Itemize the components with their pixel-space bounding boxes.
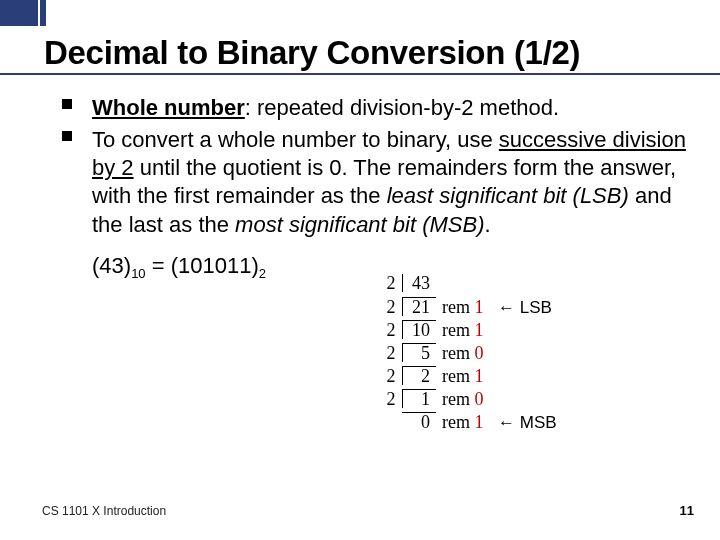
row-note: ← MSB — [488, 414, 557, 431]
slide-body: Whole number: repeated division-by-2 met… — [44, 94, 712, 281]
divisor: 2 — [380, 367, 402, 385]
remainder-cell: rem 1 — [436, 367, 488, 385]
bullet-list: Whole number: repeated division-by-2 met… — [44, 94, 688, 239]
bullet-1-lead: Whole number — [92, 95, 245, 120]
bullet-2-i1: least significant bit (LSB) — [387, 183, 629, 208]
dividend: 43 — [402, 274, 436, 292]
bullet-2-i2: most significant bit (MSB) — [235, 212, 484, 237]
table-row: 2 5 rem 0 — [380, 343, 557, 366]
rem-label: rem — [442, 297, 470, 317]
footer-text: CS 1101 X Introduction — [42, 504, 166, 518]
divisor: 2 — [380, 298, 402, 316]
slide-title: Decimal to Binary Conversion (1/2) — [44, 34, 712, 72]
table-row: 2 10 rem 1 — [380, 320, 557, 343]
bullet-2-p4: . — [485, 212, 491, 237]
table-row: 2 43 — [380, 274, 557, 297]
remainder-cell: rem 1 — [436, 413, 488, 431]
table-row: 2 21 rem 1 ← LSB — [380, 297, 557, 320]
eq-rhs-sub: 2 — [259, 266, 266, 281]
dividend: 10 — [402, 320, 436, 339]
remainder-cell: rem 1 — [436, 321, 488, 339]
remainder-cell: rem 1 — [436, 298, 488, 316]
accent-block-small — [40, 0, 46, 26]
eq-rhs: (101011) — [171, 253, 259, 278]
remainder-cell: rem 0 — [436, 390, 488, 408]
bullet-2-p1: To convert a whole number to binary, use — [92, 127, 499, 152]
dividend: 1 — [402, 389, 436, 408]
rem-label: rem — [442, 343, 470, 363]
eq-sign: = — [146, 253, 171, 278]
bullet-2: To convert a whole number to binary, use… — [92, 126, 688, 239]
rem-label: rem — [442, 412, 470, 432]
dividend: 2 — [402, 366, 436, 385]
slide: Decimal to Binary Conversion (1/2) Whole… — [0, 0, 720, 540]
rem-label: rem — [442, 389, 470, 409]
rem-value: 1 — [474, 412, 483, 432]
row-note: ← LSB — [488, 299, 552, 316]
accent-block — [0, 0, 38, 26]
eq-lhs: (43) — [92, 253, 131, 278]
dividend: 21 — [402, 297, 436, 316]
divisor: 2 — [380, 390, 402, 408]
dividend: 0 — [402, 412, 436, 431]
rem-value: 1 — [474, 366, 483, 386]
dividend: 5 — [402, 343, 436, 362]
long-division-table: 2 43 2 21 rem 1 ← LSB 2 10 rem 1 2 5 rem… — [380, 274, 557, 435]
table-row: 2 1 rem 0 — [380, 389, 557, 412]
rem-value: 0 — [474, 389, 483, 409]
divisor: 2 — [380, 321, 402, 339]
rem-label: rem — [442, 366, 470, 386]
page-number: 11 — [680, 503, 694, 518]
rem-value: 1 — [474, 297, 483, 317]
rem-value: 1 — [474, 320, 483, 340]
bullet-1-rest: : repeated division-by-2 method. — [245, 95, 559, 120]
divisor: 2 — [380, 344, 402, 362]
rem-label: rem — [442, 320, 470, 340]
title-divider — [0, 73, 720, 75]
table-row: 2 2 rem 1 — [380, 366, 557, 389]
rem-value: 0 — [474, 343, 483, 363]
divisor: 2 — [380, 274, 402, 292]
remainder-cell: rem 0 — [436, 344, 488, 362]
eq-lhs-sub: 10 — [131, 266, 145, 281]
bullet-1: Whole number: repeated division-by-2 met… — [92, 94, 688, 122]
table-row: 0 rem 1 ← MSB — [380, 412, 557, 435]
